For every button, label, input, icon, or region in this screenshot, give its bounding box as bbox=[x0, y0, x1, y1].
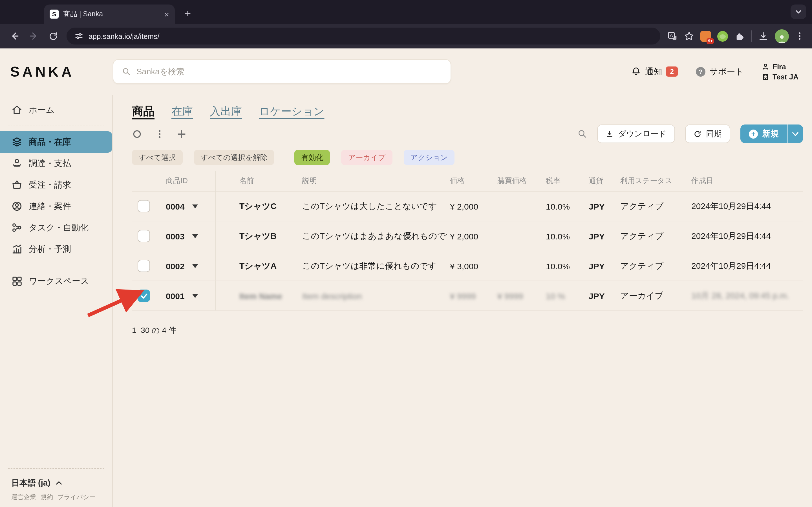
row-checkbox[interactable] bbox=[138, 200, 150, 212]
item-tax: 10.0% bbox=[543, 191, 585, 221]
new-button[interactable]: + 新規 bbox=[741, 124, 787, 143]
deselect-all-button[interactable]: すべての選択を解除 bbox=[194, 150, 274, 165]
item-name[interactable]: TシャツC bbox=[215, 191, 299, 221]
item-id[interactable]: 0004 bbox=[166, 202, 185, 211]
sidebar-item-label: ワークスペース bbox=[29, 276, 89, 286]
user-name: Fira bbox=[772, 62, 786, 71]
browser-menu-icon[interactable] bbox=[795, 32, 804, 41]
activate-button[interactable]: 有効化 bbox=[295, 150, 330, 165]
sidebar-item-label: 受注・請求 bbox=[29, 179, 71, 190]
sidebar-item-orders-billing[interactable]: 受注・請求 bbox=[0, 174, 112, 195]
sidebar-item-label: 連絡・案件 bbox=[29, 201, 71, 212]
tab-inventory[interactable]: 在庫 bbox=[171, 104, 193, 119]
item-name[interactable]: Item Name bbox=[215, 281, 299, 311]
archive-button[interactable]: アーカイブ bbox=[342, 150, 392, 165]
sidebar-item-procurement-payment[interactable]: 調達・支払 bbox=[0, 153, 112, 174]
new-label: 新規 bbox=[762, 128, 779, 139]
col-header-status[interactable]: 利用ステータス bbox=[617, 171, 688, 191]
table-search-icon[interactable] bbox=[578, 129, 587, 138]
tab-in-out[interactable]: 入出庫 bbox=[210, 104, 242, 119]
sidebar-item-workspace[interactable]: ワークスペース bbox=[0, 270, 112, 292]
user-menu[interactable]: Fira Test JA bbox=[762, 62, 799, 81]
sidebar-item-analytics-forecast[interactable]: 分析・予測 bbox=[0, 238, 112, 260]
notifications-button[interactable]: 通知 2 bbox=[631, 66, 678, 77]
bookmark-star-icon[interactable] bbox=[684, 31, 694, 41]
download-button[interactable]: ダウンロード bbox=[598, 124, 675, 143]
col-header-created[interactable]: 作成日 bbox=[688, 171, 803, 191]
new-tab-button[interactable]: + bbox=[181, 6, 195, 21]
row-checkbox[interactable] bbox=[138, 260, 150, 272]
link-company[interactable]: 運営企業 bbox=[11, 493, 36, 501]
col-header-currency[interactable]: 通貨 bbox=[585, 171, 617, 191]
forward-button[interactable] bbox=[25, 27, 43, 45]
profile-avatar[interactable] bbox=[775, 29, 789, 43]
row-caret-icon[interactable] bbox=[193, 264, 198, 268]
new-button-dropdown[interactable] bbox=[787, 124, 803, 143]
col-header-id[interactable]: 商品ID bbox=[157, 171, 215, 191]
col-header-desc[interactable]: 説明 bbox=[299, 171, 447, 191]
add-column-icon[interactable] bbox=[177, 129, 186, 138]
row-checkbox[interactable] bbox=[138, 230, 150, 242]
row-caret-icon[interactable] bbox=[193, 204, 198, 208]
list-toolbar-right: ダウンロード 同期 + 新規 bbox=[578, 124, 803, 143]
table-row: 0002 TシャツA このTシャツは非常に優れものです ¥ 3,000 10.0… bbox=[132, 251, 803, 281]
site-info-icon[interactable] bbox=[74, 32, 84, 41]
status-circle-icon[interactable] bbox=[132, 129, 142, 139]
extension-icon-orange[interactable]: 9+ bbox=[700, 31, 711, 41]
sidebar-item-label: ホーム bbox=[29, 105, 54, 115]
sidebar-item-contacts-deals[interactable]: 連絡・案件 bbox=[0, 195, 112, 217]
row-checkbox-checked[interactable] bbox=[138, 290, 150, 302]
language-selector[interactable]: 日本語 (ja) bbox=[0, 474, 112, 492]
action-button[interactable]: アクション bbox=[403, 150, 455, 165]
back-button[interactable] bbox=[6, 27, 24, 45]
sidebar-bottom: 日本語 (ja) 運営企業 規約 プライバシー bbox=[0, 463, 112, 507]
item-status: アクティブ bbox=[617, 221, 688, 251]
item-purchase-price bbox=[494, 251, 543, 281]
chevron-down-icon bbox=[792, 131, 799, 136]
sidebar-footer-links: 運営企業 規約 プライバシー bbox=[0, 492, 112, 501]
tab-search-button[interactable] bbox=[791, 4, 806, 19]
tab-close-icon[interactable]: × bbox=[164, 10, 169, 18]
item-id[interactable]: 0001 bbox=[166, 291, 185, 300]
search-input[interactable] bbox=[137, 67, 442, 76]
col-header-price[interactable]: 価格 bbox=[447, 171, 494, 191]
tab-locations[interactable]: ロケーション bbox=[259, 104, 324, 119]
extensions-puzzle-icon[interactable] bbox=[734, 31, 745, 41]
sidebar-item-products-inventory[interactable]: 商品・在庫 bbox=[0, 131, 112, 153]
download-label: ダウンロード bbox=[618, 129, 666, 139]
tab-favicon: S bbox=[50, 10, 59, 18]
item-description: Item description bbox=[299, 281, 447, 311]
sanka-logo[interactable]: SANKA bbox=[0, 63, 113, 80]
link-terms[interactable]: 規約 bbox=[41, 493, 53, 501]
support-button[interactable]: ? サポート bbox=[696, 66, 744, 77]
download-icon bbox=[606, 130, 614, 138]
browser-tab[interactable]: S 商品 | Sanka × bbox=[44, 4, 175, 24]
col-header-name[interactable]: 名前 bbox=[215, 171, 299, 191]
item-status: アクティブ bbox=[617, 191, 688, 221]
row-caret-icon[interactable] bbox=[193, 294, 198, 298]
sidebar-item-home[interactable]: ホーム bbox=[0, 99, 112, 121]
downloads-icon[interactable] bbox=[758, 31, 769, 41]
item-name[interactable]: TシャツA bbox=[215, 251, 299, 281]
item-id[interactable]: 0002 bbox=[166, 261, 185, 271]
url-text: app.sanka.io/ja/items/ bbox=[89, 32, 159, 40]
item-tax: 10 % bbox=[543, 281, 585, 311]
tab-products[interactable]: 商品 bbox=[132, 104, 154, 119]
global-search[interactable] bbox=[113, 59, 451, 84]
kebab-menu-icon[interactable] bbox=[156, 129, 163, 138]
col-header-tax[interactable]: 税率 bbox=[543, 171, 585, 191]
sync-button[interactable]: 同期 bbox=[685, 124, 730, 143]
col-header-purchase[interactable]: 購買価格 bbox=[494, 171, 543, 191]
link-privacy[interactable]: プライバシー bbox=[57, 493, 96, 501]
row-caret-icon[interactable] bbox=[193, 234, 198, 238]
item-id[interactable]: 0003 bbox=[166, 231, 185, 241]
translate-icon[interactable]: A bbox=[667, 31, 678, 41]
extension-icon-green[interactable] bbox=[717, 31, 728, 41]
reload-button[interactable] bbox=[44, 27, 62, 45]
sync-icon bbox=[694, 130, 702, 138]
app-header: SANKA 通知 2 ? サポート Fira Tes bbox=[0, 48, 812, 95]
sidebar-item-tasks-automation[interactable]: タスク・自動化 bbox=[0, 217, 112, 238]
url-bar[interactable]: app.sanka.io/ja/items/ bbox=[66, 27, 660, 45]
select-all-button[interactable]: すべて選択 bbox=[132, 150, 183, 165]
item-name[interactable]: TシャツB bbox=[215, 221, 299, 251]
